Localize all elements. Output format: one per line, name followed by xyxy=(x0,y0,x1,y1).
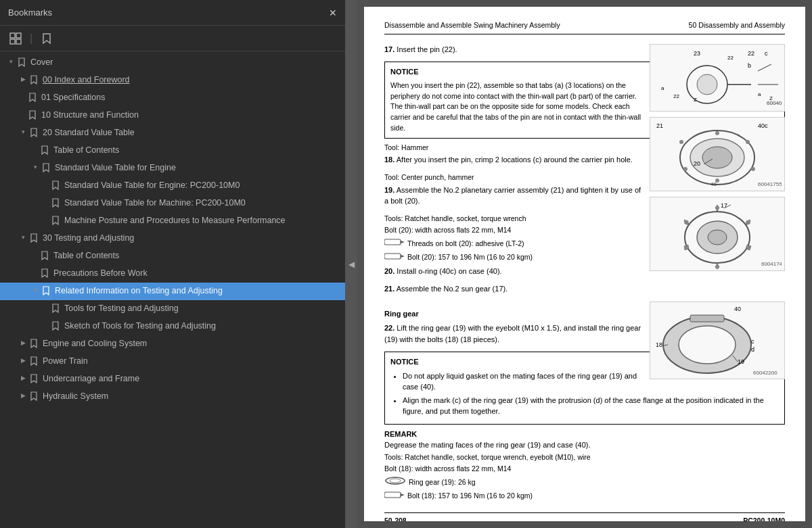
bookmark-icon-machine-posture xyxy=(51,216,61,227)
step-18-text: After you insert the pin, crimp 2 locati… xyxy=(397,155,633,164)
tree-item-hydraulic[interactable]: ▶ Hydraulic System xyxy=(0,388,345,406)
tree-item-tools-testing[interactable]: Tools for Testing and Adjusting xyxy=(0,300,345,318)
torque-wrench-icon-2 xyxy=(384,251,405,264)
svg-point-57 xyxy=(390,479,401,483)
step-22-num: 22. xyxy=(384,324,394,332)
tree-item-index[interactable]: ▶ 00 Index and Foreword xyxy=(0,72,345,89)
svg-point-47 xyxy=(679,326,736,364)
bookmark-icon-toc2 xyxy=(41,251,50,262)
ring-icon xyxy=(384,476,406,489)
sun-gear-diagram: 17 60041744 xyxy=(653,198,782,269)
tree-container[interactable]: ▾ Cover ▶ 00 Index and Foreword 01 Speci… xyxy=(0,51,345,528)
svg-rect-1 xyxy=(16,33,21,38)
bookmarks-title: Bookmarks xyxy=(8,7,52,18)
svg-text:d: d xyxy=(751,346,754,353)
bookmark-view-button[interactable] xyxy=(38,31,55,46)
pin-diagram: 23 22 c b Z a Z 22 22 xyxy=(653,47,782,108)
tree-item-standard-value[interactable]: ▾ 20 Standard Value Table xyxy=(0,124,345,142)
svg-text:60041755: 60041755 xyxy=(758,181,782,187)
tree-label-sketch-tools: Sketch of Tools for Testing and Adjustin… xyxy=(64,320,345,333)
svg-point-24 xyxy=(702,147,732,168)
expand-testing-adjusting[interactable]: ▾ xyxy=(18,234,28,241)
tree-item-svt-machine-pc200[interactable]: Standard Value Table for Machine: PC200-… xyxy=(0,195,345,212)
pdf-footer-right: PC200-10M0 xyxy=(743,516,785,522)
svg-line-12 xyxy=(758,64,771,71)
bookmark-icon-toc1 xyxy=(41,145,50,157)
tree-label-power-train: Power Train xyxy=(43,355,345,368)
expand-undercarriage[interactable]: ▶ xyxy=(18,375,28,381)
close-button[interactable]: ✕ xyxy=(329,8,337,18)
expand-standard-value[interactable]: ▾ xyxy=(18,128,28,135)
tree-item-machine-posture[interactable]: Machine Posture and Procedures to Measur… xyxy=(0,212,345,230)
tree-label-testing-adjusting: 30 Testing and Adjusting xyxy=(43,232,345,245)
step-21-text: Assemble the No.2 sun gear (17). xyxy=(397,285,508,293)
tree-item-undercarriage[interactable]: ▶ Undercarriage and Frame xyxy=(0,370,345,388)
step-22-text: Lift the ring gear (19) with the eyebolt… xyxy=(384,324,641,343)
svg-text:17: 17 xyxy=(721,202,727,209)
svg-point-38 xyxy=(708,230,727,245)
collapse-panel-button[interactable]: ◀ xyxy=(345,0,357,528)
tree-item-precautions[interactable]: Precautions Before Work xyxy=(0,265,345,283)
bookmarks-toolbar: | xyxy=(0,26,345,51)
expand-related-info[interactable]: ▾ xyxy=(30,287,41,293)
tree-label-svt-engine-group: Standard Value Table for Engine xyxy=(55,162,345,174)
tree-item-specifications[interactable]: 01 Specifications xyxy=(0,89,345,107)
tree-item-testing-adjusting[interactable]: ▾ 30 Testing and Adjusting xyxy=(0,230,345,247)
svg-text:c: c xyxy=(765,50,768,57)
expand-hydraulic[interactable]: ▶ xyxy=(18,392,28,399)
tree-item-svt-engine-pc200[interactable]: Standard Value Table for Engine: PC200-1… xyxy=(0,177,345,195)
step-19-text: Assemble the No.2 planetary carrier asse… xyxy=(384,186,641,206)
tree-item-cover[interactable]: ▾ Cover xyxy=(0,54,345,72)
torque-line-1: Threads on bolt (20): adhesive (LT-2) xyxy=(384,237,641,250)
svg-rect-0 xyxy=(10,33,15,38)
bookmark-icon-testing-adjusting xyxy=(30,233,39,245)
expand-svt-engine[interactable]: ▾ xyxy=(30,164,41,170)
tree-item-svt-engine-group[interactable]: ▾ Standard Value Table for Engine xyxy=(0,160,345,177)
svg-point-30 xyxy=(679,140,683,144)
remark-section: REMARK Degrease the mating faces of the … xyxy=(384,429,785,451)
torque-line-2: Bolt (20): 157 to 196 Nm (16 to 20 kgm) xyxy=(384,251,641,264)
ring-gear-diagram: 40 18 c d 19 60042200 xyxy=(653,303,782,377)
expand-power-train[interactable]: ▶ xyxy=(18,357,28,364)
tree-label-engine-cooling: Engine and Cooling System xyxy=(43,337,345,350)
expand-engine-cooling[interactable]: ▶ xyxy=(18,339,28,346)
expand-index[interactable]: ▶ xyxy=(18,76,28,82)
tree-item-structure[interactable]: 10 Structure and Function xyxy=(0,107,345,124)
svg-rect-41 xyxy=(384,239,401,245)
carrier-assembly-diagram: 21 40c 20 40 6004 xyxy=(653,118,782,189)
svg-text:22: 22 xyxy=(673,93,679,99)
svg-text:40: 40 xyxy=(710,181,717,187)
bookmark-icon-standard-value xyxy=(30,128,39,139)
tree-label-cover: Cover xyxy=(30,56,345,69)
tree-label-hydraulic: Hydraulic System xyxy=(43,390,345,403)
remark-title: REMARK xyxy=(384,430,417,438)
pdf-content[interactable]: Disassemble and Assemble Swing Machinery… xyxy=(364,7,805,521)
bookmark-icon-svt-machine-pc200 xyxy=(51,198,61,210)
tree-item-sketch-tools[interactable]: Sketch of Tools for Testing and Adjustin… xyxy=(0,318,345,335)
pdf-header-right: 50 Disassembly and Assembly xyxy=(689,20,785,31)
svg-text:60042200: 60042200 xyxy=(753,370,777,376)
svg-point-9 xyxy=(697,74,717,95)
tree-label-toc1: Table of Contents xyxy=(53,144,345,157)
bookmark-icon-hydraulic xyxy=(30,391,39,403)
svg-rect-58 xyxy=(384,492,401,498)
tree-item-engine-cooling[interactable]: ▶ Engine and Cooling System xyxy=(0,335,345,353)
tools-line-22: Tools: Ratchet handle, socket, torque wr… xyxy=(384,452,785,463)
tree-item-related-info[interactable]: ▾ Related Information on Testing and Adj… xyxy=(0,283,345,300)
pdf-footer-left: 50-208 xyxy=(384,516,407,522)
bookmark-icon-precautions xyxy=(41,268,50,280)
expand-cover[interactable]: ▾ xyxy=(5,58,16,65)
bookmark-icon-svt-engine xyxy=(42,163,51,174)
tree-item-power-train[interactable]: ▶ Power Train xyxy=(0,353,345,370)
svg-marker-59 xyxy=(401,494,405,496)
bookmark-icon-cover xyxy=(18,57,27,69)
svg-text:40: 40 xyxy=(734,306,741,312)
tree-item-toc1[interactable]: Table of Contents xyxy=(0,142,345,160)
svg-text:b: b xyxy=(748,62,751,69)
svg-rect-48 xyxy=(690,315,724,322)
bookmark-icon-svt-engine-pc200 xyxy=(51,181,61,192)
ring-gear-weight: Ring gear (19): 26 kg xyxy=(384,476,785,489)
tree-item-toc2[interactable]: Table of Contents xyxy=(0,247,345,265)
svg-point-26 xyxy=(746,140,750,144)
grid-view-button[interactable] xyxy=(7,31,24,46)
